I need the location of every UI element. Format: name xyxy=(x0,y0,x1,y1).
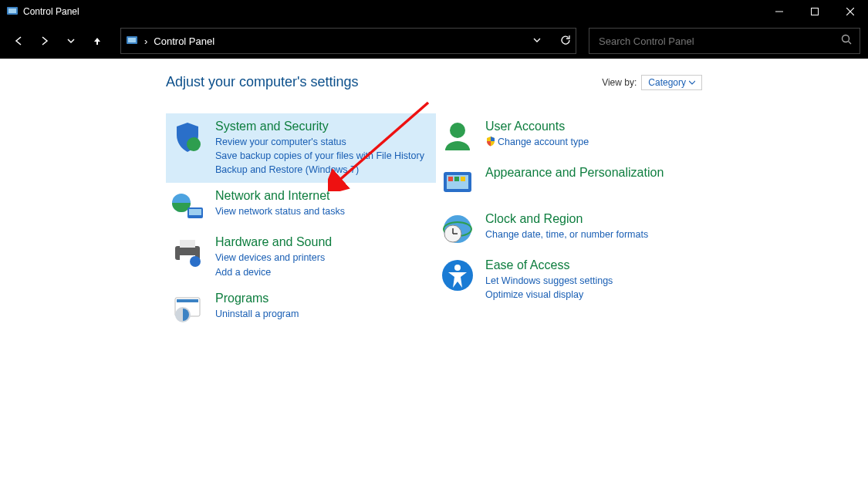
svg-point-21 xyxy=(450,123,465,138)
up-button[interactable] xyxy=(86,30,108,52)
titlebar: Control Panel xyxy=(0,0,868,23)
svg-point-17 xyxy=(190,256,201,267)
view-by: View by: Category xyxy=(602,75,702,90)
shield-icon xyxy=(171,120,204,153)
svg-point-33 xyxy=(454,265,461,271)
category-network-and-internet: Network and InternetView network status … xyxy=(166,183,436,229)
category-system-and-security: System and SecurityReview your computer'… xyxy=(166,113,436,183)
category-sublink[interactable]: Save backup copies of your files with Fi… xyxy=(215,149,424,163)
navbar: › Control Panel xyxy=(0,23,868,59)
content-area: Adjust your computer's settings View by:… xyxy=(0,59,868,489)
category-title[interactable]: Clock and Region xyxy=(485,212,648,226)
category-title[interactable]: Network and Internet xyxy=(215,189,345,203)
category-appearance-and-personalization: Appearance and Personalization xyxy=(436,160,706,206)
forward-button[interactable] xyxy=(34,30,56,52)
chevron-down-icon xyxy=(689,79,695,86)
category-title[interactable]: Appearance and Personalization xyxy=(485,166,664,180)
ease-icon xyxy=(441,258,475,292)
svg-rect-7 xyxy=(128,38,136,42)
back-button[interactable] xyxy=(8,30,29,52)
category-sublink[interactable]: Uninstall a program xyxy=(215,307,299,321)
category-sublink[interactable]: Let Windows suggest settings xyxy=(485,274,613,288)
close-button[interactable] xyxy=(833,0,868,23)
svg-point-10 xyxy=(187,137,201,151)
category-ease-of-access: Ease of AccessLet Windows suggest settin… xyxy=(436,252,706,308)
category-sublink[interactable]: View devices and printers xyxy=(215,251,332,265)
category-user-accounts: User AccountsChange account type xyxy=(436,113,706,160)
page-title: Adjust your computer's settings xyxy=(166,74,602,90)
printer-icon xyxy=(171,235,204,269)
maximize-button[interactable] xyxy=(797,0,833,23)
svg-point-8 xyxy=(843,35,849,42)
category-clock-and-region: Clock and RegionChange date, time, or nu… xyxy=(436,206,706,252)
viewby-label: View by: xyxy=(602,77,637,88)
svg-rect-15 xyxy=(180,240,195,248)
refresh-button[interactable] xyxy=(560,35,571,48)
category-sublink[interactable]: Change date, time, or number formats xyxy=(485,228,648,241)
category-sublink[interactable]: View network status and tasks xyxy=(215,204,345,218)
search-icon[interactable] xyxy=(841,34,852,48)
breadcrumb-location[interactable]: Control Panel xyxy=(154,35,214,47)
svg-line-9 xyxy=(849,42,852,45)
category-sublink[interactable]: Optimize visual display xyxy=(485,288,613,302)
category-title[interactable]: Hardware and Sound xyxy=(215,235,332,249)
category-title[interactable]: Ease of Access xyxy=(485,258,613,272)
search-input[interactable] xyxy=(597,35,841,48)
viewby-value: Category xyxy=(648,77,686,88)
address-bar[interactable]: › Control Panel xyxy=(120,28,576,54)
address-dropdown-icon[interactable] xyxy=(532,35,542,47)
address-icon xyxy=(126,35,138,47)
control-panel-icon xyxy=(6,5,19,18)
minimize-button[interactable] xyxy=(762,0,797,23)
svg-rect-26 xyxy=(461,177,465,181)
category-title[interactable]: System and Security xyxy=(215,120,424,133)
svg-rect-24 xyxy=(448,177,453,181)
category-title[interactable]: User Accounts xyxy=(485,120,589,133)
category-sublink[interactable]: Review your computer's status xyxy=(215,135,424,149)
svg-rect-1 xyxy=(8,8,16,13)
user-icon xyxy=(441,120,475,153)
category-sublink[interactable]: Backup and Restore (Windows 7) xyxy=(215,163,424,177)
viewby-dropdown[interactable]: Category xyxy=(641,75,702,90)
category-hardware-and-sound: Hardware and SoundView devices and print… xyxy=(166,229,436,285)
svg-rect-19 xyxy=(177,299,198,302)
network-icon xyxy=(171,189,204,223)
category-title[interactable]: Programs xyxy=(215,292,299,305)
svg-rect-13 xyxy=(189,209,201,215)
uac-shield-icon xyxy=(485,136,496,147)
appearance-icon xyxy=(441,166,475,200)
search-bar[interactable] xyxy=(589,28,860,54)
category-sublink[interactable]: Add a device xyxy=(215,265,332,279)
recent-dropdown[interactable] xyxy=(60,30,82,52)
svg-rect-3 xyxy=(812,8,819,15)
category-sublink[interactable]: Change account type xyxy=(485,135,589,149)
svg-rect-25 xyxy=(454,177,459,181)
clock-icon xyxy=(441,212,475,246)
category-programs: ProgramsUninstall a program xyxy=(166,285,436,332)
breadcrumb-sep: › xyxy=(144,35,147,47)
window-title: Control Panel xyxy=(23,6,79,17)
programs-icon xyxy=(171,292,204,325)
